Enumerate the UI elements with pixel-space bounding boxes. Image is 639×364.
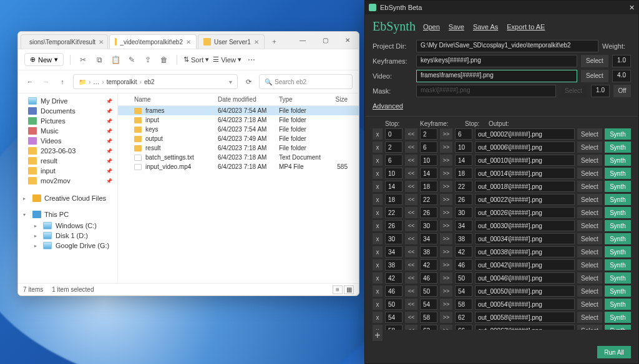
row-delete-button[interactable]: x <box>373 285 383 297</box>
row-output[interactable]: out_00018\[#####].png <box>475 181 575 192</box>
row-synth-button[interactable]: Synth <box>605 128 631 140</box>
row-delete-button[interactable]: x <box>373 299 383 310</box>
row-output[interactable]: out_00054\[#####].png <box>475 299 575 310</box>
row-output[interactable]: out_00006\[#####].png <box>475 141 575 153</box>
add-row-button[interactable]: + <box>373 330 383 341</box>
layout-grid-icon[interactable]: ▦ <box>344 285 354 294</box>
row-keyframe[interactable]: 18 <box>420 181 437 192</box>
row-stop-b[interactable]: 34 <box>455 220 472 231</box>
row-select-button[interactable]: Select <box>577 168 602 179</box>
search-input[interactable]: 🔍 Search eb2 <box>259 74 353 89</box>
row-synth-button[interactable]: Synth <box>605 155 631 166</box>
row-output[interactable]: out_00038\[#####].png <box>475 246 575 257</box>
row-delete-button[interactable]: x <box>373 220 383 231</box>
row-delete-button[interactable]: x <box>373 325 383 330</box>
project-dir-input[interactable]: G:\My Drive\Save_SD\cosplay1_video\tempo… <box>416 40 598 52</box>
row-next-button[interactable]: >> <box>440 285 452 297</box>
row-select-button[interactable]: Select <box>577 285 602 297</box>
up-button[interactable]: ↑ <box>57 76 68 87</box>
file-row-4[interactable]: result6/4/2023 7:18 AMFile folder <box>118 143 359 153</box>
row-prev-button[interactable]: << <box>405 181 417 192</box>
row-keyframe[interactable]: 6 <box>420 141 437 153</box>
row-next-button[interactable]: >> <box>440 181 452 192</box>
row-output[interactable]: out_00058\[#####].png <box>475 312 575 323</box>
sidebar-creative-cloud[interactable]: ▸Creative Cloud Files <box>18 192 117 204</box>
row-stop-b[interactable]: 66 <box>455 325 472 330</box>
close-button[interactable]: ✕ <box>629 4 635 12</box>
run-all-button[interactable]: Run All <box>597 346 631 358</box>
file-row-2[interactable]: keys6/4/2023 7:54 AMFile folder <box>118 125 359 134</box>
keyframes-select-button[interactable]: Select <box>581 55 608 67</box>
row-stop-a[interactable]: 42 <box>385 272 402 284</box>
row-select-button[interactable]: Select <box>577 207 602 218</box>
row-stop-b[interactable]: 30 <box>455 207 472 218</box>
new-button[interactable]: ⊕ New ▾ <box>24 53 64 66</box>
tab-1[interactable]: _video\temporalkit\eb2✕ <box>109 34 197 49</box>
row-delete-button[interactable]: x <box>373 168 383 179</box>
breadcrumb[interactable]: 📁 › … › temporalkit › eb2▾ <box>73 74 238 89</box>
row-delete-button[interactable]: x <box>373 272 383 284</box>
row-next-button[interactable]: >> <box>440 233 452 244</box>
row-keyframe[interactable]: 62 <box>420 325 437 330</box>
row-stop-b[interactable]: 58 <box>455 299 472 310</box>
file-row-5[interactable]: batch_settings.txt6/4/2023 7:18 AMText D… <box>118 153 359 162</box>
file-row-0[interactable]: frames6/4/2023 7:54 AMFile folder <box>118 106 359 115</box>
row-next-button[interactable]: >> <box>440 207 452 218</box>
row-select-button[interactable]: Select <box>577 259 602 271</box>
sidebar-item-8[interactable]: mov2mov📌 <box>18 176 117 186</box>
video-input[interactable]: frames\frames[#####].png <box>416 70 577 82</box>
row-prev-button[interactable]: << <box>405 233 417 244</box>
row-keyframe[interactable]: 10 <box>420 155 437 166</box>
mask-off-toggle[interactable]: Off <box>613 85 631 97</box>
row-stop-a[interactable]: 14 <box>385 181 402 192</box>
link-export-to-ae[interactable]: Export to AE <box>507 23 545 31</box>
crumb-1[interactable]: temporalkit <box>107 79 137 85</box>
row-prev-button[interactable]: << <box>405 299 417 310</box>
row-prev-button[interactable]: << <box>405 155 417 166</box>
row-synth-button[interactable]: Synth <box>605 246 631 257</box>
row-select-button[interactable]: Select <box>577 325 602 330</box>
row-keyframe[interactable]: 38 <box>420 246 437 257</box>
row-prev-button[interactable]: << <box>405 272 417 284</box>
row-prev-button[interactable]: << <box>405 325 417 330</box>
row-output[interactable]: out_00014\[#####].png <box>475 168 575 179</box>
row-stop-b[interactable]: 50 <box>455 272 472 284</box>
row-next-button[interactable]: >> <box>440 272 452 284</box>
row-keyframe[interactable]: 26 <box>420 207 437 218</box>
forward-button[interactable]: → <box>41 76 52 87</box>
row-keyframe[interactable]: 2 <box>420 128 437 140</box>
advanced-link[interactable]: Advanced <box>373 102 403 110</box>
row-output[interactable]: out_00022\[#####].png <box>475 194 575 205</box>
paste-icon[interactable]: 📋 <box>109 54 122 66</box>
file-row-6[interactable]: input_video.mp46/4/2023 7:18 AMMP4 File5… <box>118 162 359 171</box>
row-delete-button[interactable]: x <box>373 259 383 271</box>
row-stop-b[interactable]: 62 <box>455 312 472 323</box>
more-icon[interactable]: ⋯ <box>245 54 258 66</box>
row-stop-b[interactable]: 18 <box>455 168 472 179</box>
row-next-button[interactable]: >> <box>440 194 452 205</box>
sidebar-item-1[interactable]: Documents📌 <box>18 106 117 116</box>
row-stop-a[interactable]: 0 <box>385 128 402 140</box>
close-tab-icon[interactable]: ✕ <box>254 39 259 46</box>
row-prev-button[interactable]: << <box>405 246 417 257</box>
row-next-button[interactable]: >> <box>440 128 452 140</box>
row-select-button[interactable]: Select <box>577 194 602 205</box>
close-button[interactable]: ✕ <box>336 31 359 49</box>
row-delete-button[interactable]: x <box>373 181 383 192</box>
row-stop-a[interactable]: 54 <box>385 312 402 323</box>
row-synth-button[interactable]: Synth <box>605 194 631 205</box>
row-stop-b[interactable]: 6 <box>455 128 472 140</box>
link-save[interactable]: Save <box>449 23 464 31</box>
row-keyframe[interactable]: 22 <box>420 194 437 205</box>
row-prev-button[interactable]: << <box>405 194 417 205</box>
row-output[interactable]: out_00042\[#####].png <box>475 259 575 271</box>
row-select-button[interactable]: Select <box>577 299 602 310</box>
row-prev-button[interactable]: << <box>405 207 417 218</box>
maximize-button[interactable]: ▢ <box>314 31 336 49</box>
row-stop-a[interactable]: 26 <box>385 220 402 231</box>
row-next-button[interactable]: >> <box>440 141 452 153</box>
sidebar-drive-1[interactable]: ▸Disk 1 (D:) <box>18 231 117 241</box>
row-stop-a[interactable]: 2 <box>385 141 402 153</box>
row-delete-button[interactable]: x <box>373 194 383 205</box>
row-stop-b[interactable]: 54 <box>455 285 472 297</box>
